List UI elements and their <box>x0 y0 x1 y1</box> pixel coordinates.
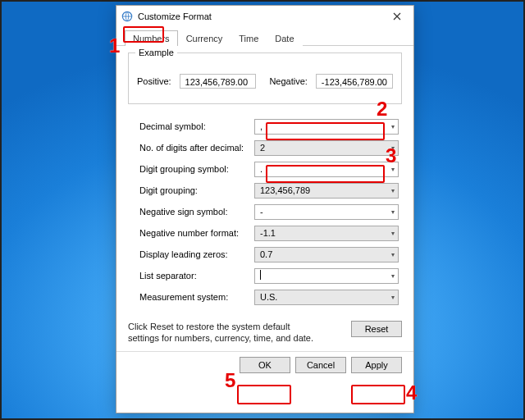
tab-time[interactable]: Time <box>231 30 267 46</box>
positive-value: 123,456,789.00 <box>180 74 257 89</box>
reset-button[interactable]: Reset <box>351 321 402 337</box>
label-neg-format: Negative number format: <box>139 228 254 238</box>
value-leading-zeros: 0.7 <box>260 249 272 259</box>
annotation-number-4: 4 <box>406 381 417 404</box>
negative-label: Negative: <box>269 76 310 86</box>
value-decimal-symbol: , <box>260 121 262 131</box>
select-grouping-symbol[interactable]: . ▾ <box>254 162 399 177</box>
label-digit-grouping: Digit grouping: <box>139 185 254 195</box>
chevron-down-icon: ▾ <box>391 230 395 237</box>
annotation-number-2: 2 <box>377 98 387 121</box>
label-measurement: Measurement system: <box>139 292 254 302</box>
tabstrip: Numbers Currency Time Date <box>116 27 413 46</box>
chevron-down-icon: ▾ <box>391 208 395 216</box>
annotation-number-3: 3 <box>386 144 396 167</box>
value-grouping-symbol: . <box>260 164 262 174</box>
reset-note: Click Reset to restore the system defaul… <box>116 321 332 345</box>
label-leading-zeros: Display leading zeros: <box>139 249 254 259</box>
value-neg-format: -1.1 <box>260 228 276 238</box>
fields: Decimal symbol: , ▾ No. of digits after … <box>128 112 402 308</box>
chevron-down-icon: ▾ <box>391 272 395 280</box>
tab-date[interactable]: Date <box>267 30 302 46</box>
value-digit-grouping: 123,456,789 <box>260 185 310 195</box>
negative-value: -123,456,789.00 <box>316 74 393 89</box>
select-list-separator[interactable]: ▾ <box>254 268 399 284</box>
select-neg-format[interactable]: -1.1 ▾ <box>254 226 399 241</box>
value-neg-sign: - <box>260 207 263 217</box>
example-group: Example Positive: 123,456,789.00 Negativ… <box>128 52 402 104</box>
globe-icon <box>121 11 133 22</box>
select-leading-zeros[interactable]: 0.7 ▾ <box>254 247 399 262</box>
tab-body: Example Positive: 123,456,789.00 Negativ… <box>116 46 413 313</box>
annotation-number-1: 1 <box>109 34 120 57</box>
annotation-number-5: 5 <box>225 369 235 392</box>
select-neg-sign[interactable]: - ▾ <box>254 204 399 220</box>
select-digit-grouping[interactable]: 123,456,789 ▾ <box>254 183 399 199</box>
value-measurement: U.S. <box>260 292 277 302</box>
cancel-button[interactable]: Cancel <box>295 357 346 373</box>
select-measurement[interactable]: U.S. ▾ <box>254 290 399 305</box>
value-digits-after: 2 <box>260 143 265 153</box>
value-list-separator <box>260 270 262 281</box>
label-digits-after: No. of digits after decimal: <box>139 143 254 153</box>
select-decimal-symbol[interactable]: , ▾ <box>254 119 399 135</box>
dialog-buttons: OK Cancel Apply <box>116 357 413 380</box>
tab-currency[interactable]: Currency <box>178 30 231 46</box>
separator <box>116 351 413 352</box>
titlebar: Customize Format <box>116 6 413 27</box>
apply-button[interactable]: Apply <box>351 357 402 373</box>
chevron-down-icon: ▾ <box>391 251 395 258</box>
label-neg-sign: Negative sign symbol: <box>139 207 254 217</box>
customize-format-dialog: Customize Format Numbers Currency Time D… <box>116 5 414 413</box>
chevron-down-icon: ▾ <box>391 187 395 194</box>
select-digits-after[interactable]: 2 ▾ <box>254 140 399 156</box>
label-decimal-symbol: Decimal symbol: <box>139 121 254 131</box>
chevron-down-icon: ▾ <box>391 294 395 301</box>
reset-row: Click Reset to restore the system defaul… <box>116 321 413 345</box>
window-title: Customize Format <box>138 11 386 21</box>
close-button[interactable] <box>386 8 409 25</box>
ok-button[interactable]: OK <box>240 357 290 373</box>
label-grouping-symbol: Digit grouping symbol: <box>139 164 254 174</box>
tab-numbers[interactable]: Numbers <box>125 30 178 46</box>
chevron-down-icon: ▾ <box>391 123 395 130</box>
example-caption: Example <box>135 48 177 57</box>
label-list-separator: List separator: <box>139 271 254 281</box>
positive-label: Positive: <box>137 76 175 86</box>
